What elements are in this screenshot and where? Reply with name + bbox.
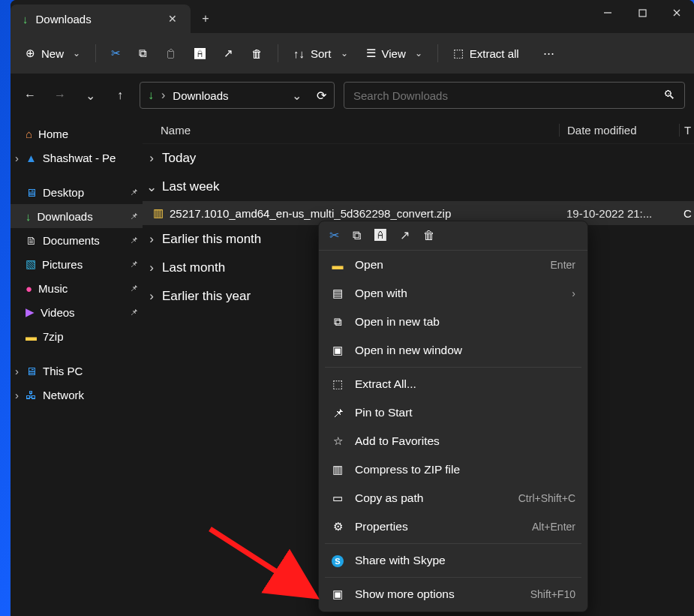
context-properties[interactable]: ⚙︎ Properties Alt+Enter	[319, 512, 587, 541]
context-new-tab[interactable]: ⧉ Open in new tab	[319, 308, 587, 336]
context-open[interactable]: ▬ Open Enter	[319, 251, 587, 279]
sidebar-item-pictures[interactable]: ▧ Pictures 📌︎	[11, 252, 143, 276]
sidebar-item-label: Shashwat - Pe	[43, 152, 116, 164]
context-show-more[interactable]: ▣ Show more options Shift+F10	[319, 580, 587, 608]
chevron-right-icon: ›	[572, 287, 575, 299]
minimize-button[interactable]	[590, 0, 625, 26]
pin-icon: 📌︎	[331, 407, 344, 419]
sidebar-item-desktop[interactable]: 🖥︎ Desktop 📌︎	[11, 180, 143, 204]
sidebar-item-onedrive[interactable]: ▲ Shashwat - Pe	[11, 146, 143, 170]
column-date[interactable]: Date modified	[559, 124, 679, 137]
copy-button[interactable]: ⧉	[353, 229, 361, 242]
close-icon	[672, 8, 681, 17]
new-button[interactable]: ⊕ New	[18, 42, 88, 65]
sidebar-item-label: Pictures	[42, 258, 83, 271]
skype-icon: S	[331, 554, 344, 567]
tab-downloads[interactable]: ↓ Downloads ✕	[11, 5, 191, 33]
context-favorites[interactable]: ☆ Add to Favorites	[319, 427, 587, 455]
cut-button[interactable]: ✂	[329, 229, 339, 242]
recent-button[interactable]: ⌄	[80, 85, 101, 106]
context-new-window[interactable]: ▣ Open in new window	[319, 336, 587, 365]
pin-icon: 📌︎	[130, 308, 138, 317]
context-share-skype[interactable]: S Share with Skype	[319, 546, 587, 575]
address-bar[interactable]: ↓ › Downloads ⌄ ⟳	[140, 82, 335, 109]
tab-close-button[interactable]: ✕	[165, 10, 180, 28]
context-label: Add to Favorites	[355, 434, 575, 448]
sidebar-item-music[interactable]: ● Music 📌︎	[11, 276, 143, 300]
pc-icon: 🖥︎	[26, 365, 37, 377]
sort-button[interactable]: ↑↓ Sort	[286, 43, 356, 65]
view-button[interactable]: ☰ View	[359, 42, 430, 65]
context-label: Open with	[355, 287, 561, 300]
delete-button[interactable]: 🗑︎	[244, 43, 270, 65]
svg-rect-1	[639, 10, 646, 17]
up-button[interactable]: ↑	[110, 85, 131, 106]
file-date: 19-10-2022 21:...	[559, 207, 679, 220]
paste-button[interactable]: 📋︎	[158, 43, 184, 65]
share-button[interactable]: ↗	[216, 42, 241, 65]
new-tab-button[interactable]: +	[191, 5, 221, 33]
sidebar-item-videos[interactable]: ▶ Videos 📌︎	[11, 300, 143, 324]
sidebar-item-documents[interactable]: 🗎 Documents 📌︎	[11, 228, 143, 252]
context-copy-path[interactable]: ▭ Copy as path Ctrl+Shift+C	[319, 484, 587, 512]
copy-icon: ⧉	[139, 47, 147, 60]
share-button[interactable]: ↗	[400, 229, 410, 242]
column-headers: Name Date modified T	[143, 117, 694, 144]
maximize-button[interactable]	[625, 0, 659, 26]
context-label: Show more options	[355, 587, 520, 601]
more-toolbar-button[interactable]: ⋯	[536, 42, 562, 65]
path-icon: ▭	[331, 491, 344, 505]
sidebar-item-network[interactable]: 🖧︎ Network	[11, 383, 143, 407]
separator	[278, 44, 278, 62]
view-label: View	[382, 47, 406, 60]
column-name[interactable]: Name	[143, 124, 559, 137]
separator	[437, 44, 438, 62]
sidebar-item-downloads[interactable]: ↓ Downloads 📌︎	[11, 204, 143, 228]
sidebar-item-thispc[interactable]: 🖥︎ This PC	[11, 359, 143, 383]
star-icon: ☆	[331, 434, 344, 448]
copy-button[interactable]: ⧉	[131, 42, 155, 65]
sidebar-item-7zip[interactable]: ▬ 7zip	[11, 324, 143, 348]
group-today[interactable]: Today	[143, 144, 694, 173]
maximize-icon	[638, 9, 647, 17]
pictures-icon: ▧	[26, 257, 36, 271]
context-open-with[interactable]: ▤ Open with ›	[319, 279, 587, 308]
column-type[interactable]: T	[679, 124, 694, 137]
back-button[interactable]: ←	[20, 85, 41, 106]
group-last-week[interactable]: Last week	[143, 173, 694, 201]
group-label: Last week	[162, 179, 220, 194]
close-button[interactable]	[659, 0, 694, 26]
search-bar[interactable]: 🔍︎	[344, 82, 685, 109]
tab-title: Downloads	[36, 13, 92, 26]
context-pin-start[interactable]: 📌︎ Pin to Start	[319, 398, 587, 427]
tab-icon: ⧉	[331, 315, 344, 329]
pin-icon: 📌︎	[130, 260, 138, 269]
context-label: Open	[355, 258, 540, 272]
extract-icon: ⬚	[453, 47, 464, 60]
cut-button[interactable]: ✂	[104, 42, 128, 65]
file-name: 25217.1010_amd64_en-us_multi_5d362298_co…	[170, 207, 451, 220]
chevron-down-icon[interactable]: ⌄	[292, 89, 302, 103]
context-extract-all[interactable]: ⬚ Extract All...	[319, 370, 587, 398]
apps-icon: ▤	[331, 287, 344, 300]
context-accel: Ctrl+Shift+C	[518, 492, 575, 504]
forward-button[interactable]: →	[50, 85, 71, 106]
extract-icon: ⬚	[331, 377, 344, 391]
context-compress[interactable]: ▥ Compress to ZIP file	[319, 455, 587, 484]
titlebar: ↓ Downloads ✕ +	[11, 0, 694, 33]
search-input[interactable]	[353, 89, 663, 102]
sidebar-item-home[interactable]: ⌂ Home	[11, 122, 143, 146]
group-label: Earlier this year	[162, 289, 251, 304]
extract-all-button[interactable]: ⬚ Extract all	[446, 42, 527, 65]
sort-icon: ↑↓	[293, 47, 305, 60]
cloud-icon: ▲	[26, 152, 37, 164]
context-accel: Alt+Enter	[532, 521, 575, 533]
network-icon: 🖧︎	[26, 389, 37, 401]
rename-button[interactable]: 🅰︎	[374, 229, 386, 242]
refresh-button[interactable]: ⟳	[317, 89, 326, 103]
nav-row: ← → ⌄ ↑ ↓ › Downloads ⌄ ⟳ 🔍︎	[11, 74, 694, 117]
search-icon[interactable]: 🔍︎	[663, 89, 675, 102]
context-label: Pin to Start	[355, 406, 575, 419]
delete-button[interactable]: 🗑︎	[423, 229, 435, 242]
rename-button[interactable]: 🅰︎	[187, 43, 213, 65]
